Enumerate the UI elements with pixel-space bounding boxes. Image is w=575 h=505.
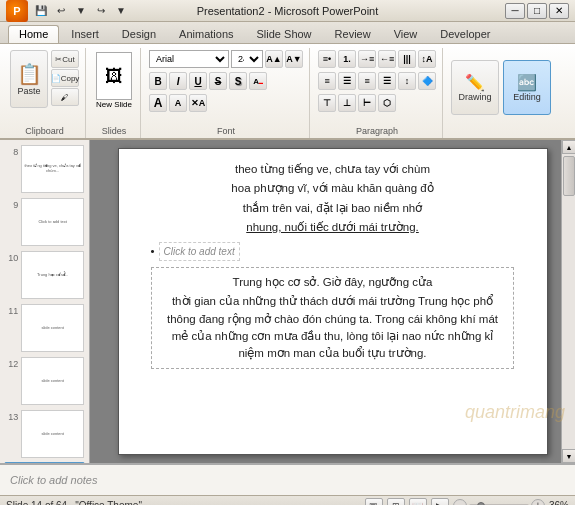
editing-button[interactable]: 🔤 Editing — [503, 60, 551, 115]
drawing-editing-content: ✏️ Drawing 🔤 Editing — [451, 50, 551, 124]
slide-thumb-11[interactable]: 11 slide content — [4, 303, 85, 353]
font-size-small[interactable]: A — [169, 94, 187, 112]
slide-container[interactable]: theo từng tiếng ve, chưa tay với chùm ho… — [118, 148, 548, 455]
slide-thumb-10[interactable]: 10 Trung học cơ sở... — [4, 250, 85, 300]
maximize-button[interactable]: □ — [527, 3, 547, 19]
quick-access-toolbar: 💾 ↩ ▼ ↪ ▼ — [32, 2, 130, 20]
vertical-scrollbar: ▲ ▼ — [561, 140, 575, 463]
bullet-click-area: • Click to add text — [131, 242, 535, 261]
decrease-indent-button[interactable]: ←≡ — [378, 50, 396, 68]
status-left: Slide 14 of 64 "Office Theme" — [6, 500, 142, 505]
align-center-button[interactable]: ☰ — [338, 72, 356, 90]
window-controls: ─ □ ✕ — [505, 3, 569, 19]
cut-button[interactable]: ✂ Cut — [51, 50, 79, 68]
slide-num-11: 11 — [5, 306, 18, 316]
decrease-font-button[interactable]: A▼ — [285, 50, 303, 68]
minimize-button[interactable]: ─ — [505, 3, 525, 19]
align-right-button[interactable]: ≡ — [358, 72, 376, 90]
slides-content: 🖼 New Slide — [94, 50, 134, 124]
tab-design[interactable]: Design — [111, 25, 167, 43]
reading-view-button[interactable]: 📖 — [409, 498, 427, 506]
undo-button[interactable]: ↩ — [52, 2, 70, 20]
tab-slideshow[interactable]: Slide Show — [246, 25, 323, 43]
strikethrough-button[interactable]: S — [209, 72, 227, 90]
window-title: Presentation2 - Microsoft PowerPoint — [197, 5, 379, 17]
drawing-editing-group: ✏️ Drawing 🔤 Editing — [445, 48, 557, 138]
clipboard-content: 📋 Paste ✂ Cut 📄 Copy 🖌 — [10, 50, 79, 124]
copy-button[interactable]: 📄 Copy — [51, 69, 79, 87]
body-text-box[interactable]: Trung học cơ sở. Giờ đây, ngưỡng cửa thờ… — [151, 267, 515, 369]
convert-smartart-button[interactable]: ⬡ — [378, 94, 396, 112]
underline-button[interactable]: U — [189, 72, 207, 90]
ribbon: 📋 Paste ✂ Cut 📄 Copy 🖌 Clipboard 🖼 New S… — [0, 44, 575, 140]
shadow-button[interactable]: S — [229, 72, 247, 90]
paste-button[interactable]: 📋 Paste — [10, 50, 48, 108]
italic-button[interactable]: I — [169, 72, 187, 90]
format-painter-button[interactable]: 🖌 — [51, 88, 79, 106]
clipboard-label: Clipboard — [25, 126, 64, 136]
para-row-3: ⊤ ⊥ ⊢ ⬡ — [318, 94, 396, 112]
font-name-select[interactable]: Arial — [149, 50, 229, 68]
paragraph-content: ≡• 1. →≡ ←≡ ||| ↕A ≡ ☰ ≡ ☰ ↕ 🔷 ⊤ ⊥ ⊢ ⬡ — [318, 50, 436, 124]
scroll-up-button[interactable]: ▲ — [562, 140, 575, 154]
slide-thumb-12[interactable]: 12 slide content — [4, 356, 85, 406]
valign-bot-button[interactable]: ⊢ — [358, 94, 376, 112]
font-color-button[interactable]: A▬ — [249, 72, 267, 90]
slideshow-view-button[interactable]: ▶ — [431, 498, 449, 506]
title-bar: P 💾 ↩ ▼ ↪ ▼ Presentation2 - Microsoft Po… — [0, 0, 575, 22]
slide-thumb-9[interactable]: 9 Click to add text — [4, 197, 85, 247]
redo-button[interactable]: ↪ — [92, 2, 110, 20]
justify-button[interactable]: ☰ — [378, 72, 396, 90]
bold-button[interactable]: B — [149, 72, 167, 90]
zoom-level[interactable]: 36% — [549, 500, 569, 505]
valign-mid-button[interactable]: ⊥ — [338, 94, 356, 112]
para-row-2: ≡ ☰ ≡ ☰ ↕ 🔷 — [318, 72, 436, 90]
tab-review[interactable]: Review — [324, 25, 382, 43]
slide-sorter-button[interactable]: ⊞ — [387, 498, 405, 506]
tab-insert[interactable]: Insert — [60, 25, 110, 43]
slide-line-4: nhung, nuối tiếc dưới mái trường. — [131, 219, 535, 236]
more-button[interactable]: ▼ — [112, 2, 130, 20]
slides-group: 🖼 New Slide Slides — [88, 48, 141, 138]
tab-home[interactable]: Home — [8, 25, 59, 43]
zoom-in-button[interactable]: + — [531, 499, 545, 506]
normal-view-button[interactable]: ▣ — [365, 498, 383, 506]
numbering-button[interactable]: 1. — [338, 50, 356, 68]
click-to-add-text[interactable]: Click to add text — [159, 242, 240, 261]
smartart-button[interactable]: 🔷 — [418, 72, 436, 90]
scroll-thumb[interactable] — [563, 156, 575, 196]
tab-view[interactable]: View — [383, 25, 429, 43]
tab-developer[interactable]: Developer — [429, 25, 501, 43]
close-button[interactable]: ✕ — [549, 3, 569, 19]
increase-font-button[interactable]: A▲ — [265, 50, 283, 68]
bullets-button[interactable]: ≡• — [318, 50, 336, 68]
line-spacing-button[interactable]: ↕ — [398, 72, 416, 90]
theme-info: "Office Theme" — [75, 500, 142, 505]
new-slide-button[interactable]: 🖼 New Slide — [94, 50, 134, 111]
scroll-down-button[interactable]: ▼ — [562, 449, 575, 463]
zoom-handle[interactable] — [477, 502, 485, 506]
font-size-large[interactable]: A — [149, 94, 167, 112]
slide-thumb-13[interactable]: 13 slide content — [4, 409, 85, 459]
drawing-button[interactable]: ✏️ Drawing — [451, 60, 499, 115]
clear-format-button[interactable]: ✕A — [189, 94, 207, 112]
font-size-select[interactable]: 24 — [231, 50, 263, 68]
increase-indent-button[interactable]: →≡ — [358, 50, 376, 68]
zoom-out-button[interactable]: − — [453, 499, 467, 506]
slide-num-13: 13 — [5, 412, 18, 422]
notes-area[interactable]: Click to add notes — [0, 463, 575, 495]
align-left-button[interactable]: ≡ — [318, 72, 336, 90]
slide-img-12: slide content — [21, 357, 84, 405]
undo-dropdown[interactable]: ▼ — [72, 2, 90, 20]
text-direction-button[interactable]: ↕A — [418, 50, 436, 68]
columns-button[interactable]: ||| — [398, 50, 416, 68]
clipboard-group: 📋 Paste ✂ Cut 📄 Copy 🖌 Clipboard — [4, 48, 86, 138]
slide-info: Slide 14 of 64 — [6, 500, 67, 505]
tab-animations[interactable]: Animations — [168, 25, 244, 43]
slide-img-10: Trung học cơ sở... — [21, 251, 84, 299]
trung-hoc-line: Trung học cơ sở. Giờ đây, ngưỡng cửa — [162, 274, 504, 291]
save-button[interactable]: 💾 — [32, 2, 50, 20]
slide-thumb-14[interactable]: 14 theo từng tiếng ve... — [4, 462, 85, 463]
valign-top-button[interactable]: ⊤ — [318, 94, 336, 112]
slide-thumb-8[interactable]: 8 theo từng tiếng ve, chưa tay với chùm.… — [4, 144, 85, 194]
